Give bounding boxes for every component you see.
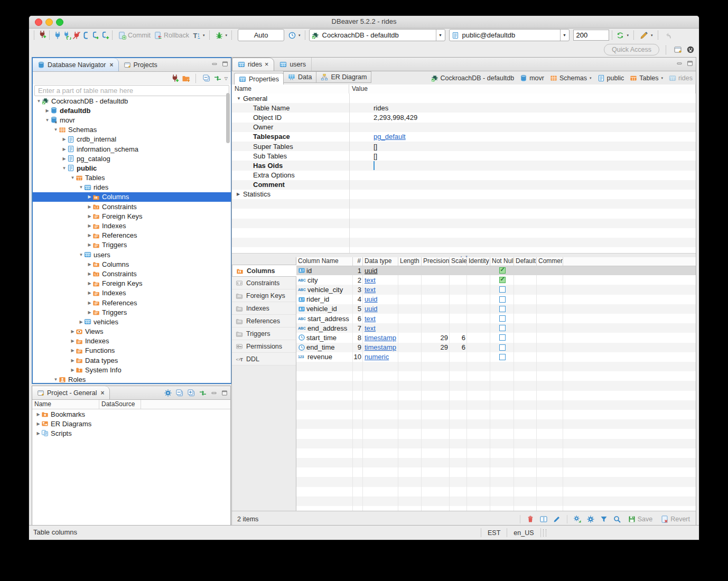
- collapse-arrow-icon[interactable]: ▶: [87, 194, 92, 199]
- save-button[interactable]: Save: [626, 514, 655, 524]
- checkbox-checked[interactable]: [499, 267, 506, 274]
- collapse-arrow-icon[interactable]: ▶: [87, 301, 92, 305]
- collapse-all-icon[interactable]: [175, 389, 184, 397]
- detail-tab-references[interactable]: References: [232, 315, 296, 327]
- datatype-link[interactable]: uuid: [365, 267, 378, 275]
- table-filter-input[interactable]: [34, 85, 229, 96]
- tab-projects[interactable]: Projects: [119, 58, 162, 71]
- detail-tab-triggers[interactable]: Triggers: [232, 327, 296, 340]
- column-row-end_address[interactable]: ABCend_address7text: [296, 323, 696, 333]
- delete-icon[interactable]: [526, 515, 535, 523]
- properties-header-value[interactable]: Value: [349, 85, 696, 93]
- property-row-owner[interactable]: Owner: [232, 123, 696, 132]
- tree-item-foreign-keys[interactable]: ▶Foreign Keys: [33, 211, 231, 221]
- filter-icon[interactable]: [600, 515, 608, 523]
- column-row-vehicle_city[interactable]: ABCvehicle_city3text: [296, 285, 696, 294]
- detail-tab-columns[interactable]: Columns: [232, 265, 296, 277]
- column-row-start_address[interactable]: ABCstart_address6text: [296, 314, 696, 323]
- min-icon[interactable]: [211, 60, 218, 68]
- breadcrumb-item-public[interactable]: public: [598, 74, 624, 82]
- editor-tab-rides[interactable]: rides×: [232, 58, 274, 71]
- column-row-city[interactable]: ABCcity2text: [296, 275, 696, 285]
- scrollbar-thumb[interactable]: [226, 93, 230, 143]
- tab-database-navigator[interactable]: Database Navigator ×: [33, 58, 119, 71]
- collapse-arrow-icon[interactable]: ▶: [87, 271, 92, 276]
- property-row-sub-tables[interactable]: Sub Tables[]: [232, 151, 696, 161]
- checkbox-unchecked[interactable]: [499, 334, 506, 341]
- expand-arrow-icon[interactable]: ▼: [70, 175, 76, 180]
- tree-item-public[interactable]: ▼public: [33, 163, 231, 173]
- detail-tab-foreign-keys[interactable]: Foreign Keys: [232, 289, 296, 302]
- collapse-arrow-icon[interactable]: ▶: [35, 431, 41, 436]
- column-row-end_time[interactable]: end_time9timestamp296: [296, 343, 696, 352]
- tree-item-rides[interactable]: ▼rides: [33, 183, 231, 192]
- min-icon[interactable]: [676, 60, 683, 67]
- expand-arrow-icon[interactable]: ▼: [78, 252, 84, 257]
- collapse-arrow-icon[interactable]: ▶: [70, 348, 76, 353]
- breadcrumb-item-movr[interactable]: movr: [520, 74, 544, 82]
- property-row-has-oids[interactable]: Has Oids: [232, 161, 696, 170]
- tree-item-indexes[interactable]: ▶Indexes: [33, 336, 231, 346]
- collapse-arrow-icon[interactable]: ▶: [35, 421, 41, 426]
- property-row-comment[interactable]: Comment: [232, 180, 696, 190]
- grid-header-column-name[interactable]: Column Name: [296, 257, 353, 266]
- detail-tab-ddl[interactable]: <>TDDL: [232, 353, 296, 366]
- sql-editor-open-icon[interactable]: [91, 31, 100, 40]
- close-icon[interactable]: ×: [100, 389, 104, 397]
- settings-icon[interactable]: [586, 515, 595, 523]
- chevron-down-icon[interactable]: ▾: [661, 76, 663, 80]
- property-row-extra-options[interactable]: Extra Options: [232, 171, 696, 180]
- checkbox-unchecked[interactable]: [374, 161, 375, 170]
- expand-arrow-icon[interactable]: ▼: [53, 127, 59, 132]
- close-icon[interactable]: ×: [109, 61, 113, 69]
- close-icon[interactable]: ×: [265, 61, 268, 68]
- connection-combo[interactable]: CockroachDB - defaultdb ▼: [309, 29, 445, 41]
- datatype-link[interactable]: timestamp: [365, 334, 396, 342]
- link-with-editor-icon[interactable]: [213, 74, 222, 82]
- datatype-link[interactable]: numeric: [365, 353, 389, 361]
- tree-item-users[interactable]: ▼users: [33, 250, 231, 259]
- breadcrumb-item-tables[interactable]: Tables▾: [630, 74, 663, 82]
- rollback-button[interactable]: Rollback: [152, 30, 191, 41]
- max-icon[interactable]: [221, 60, 229, 68]
- tree-item-indexes[interactable]: ▶Indexes: [33, 288, 231, 298]
- properties-header-name[interactable]: Name: [232, 85, 349, 93]
- debug-button[interactable]: ▾: [213, 30, 229, 41]
- property-value[interactable]: pg_default: [370, 133, 406, 140]
- commit-mode-combo[interactable]: Auto: [238, 29, 284, 41]
- tree-item-indexes[interactable]: ▶Indexes: [33, 221, 231, 230]
- chevron-down-icon[interactable]: ▾: [590, 76, 592, 80]
- editor-tab-users[interactable]: users: [274, 58, 312, 71]
- transaction-mode-button[interactable]: T▾: [191, 30, 207, 41]
- transaction-log-button[interactable]: ▾: [286, 30, 302, 41]
- tree-item-columns[interactable]: ▶Columns: [33, 192, 231, 202]
- expand-arrow-icon[interactable]: ▼: [53, 377, 59, 382]
- commit-button[interactable]: Commit: [116, 30, 152, 41]
- checkbox-unchecked[interactable]: [499, 344, 506, 351]
- tree-item-views[interactable]: ▶Views: [33, 327, 231, 336]
- collapse-arrow-icon[interactable]: ▶: [87, 281, 92, 286]
- breadcrumb-item-schemas[interactable]: Schemas▾: [550, 74, 592, 82]
- tree-item-data-types[interactable]: ▶Data types: [33, 355, 231, 365]
- expand-arrow-icon[interactable]: ▼: [36, 99, 42, 104]
- schema-combo[interactable]: public@defaultdb ▼: [449, 29, 570, 41]
- column-settings-icon[interactable]: [539, 515, 548, 523]
- collapse-arrow-icon[interactable]: ▶: [87, 223, 92, 228]
- property-row-tablespace[interactable]: Tablespacepg_default: [232, 132, 696, 142]
- tree-item-roles[interactable]: ▼Roles: [33, 374, 231, 383]
- tree-item-constraints[interactable]: ▶Constraints: [33, 269, 231, 278]
- tree-item-movr[interactable]: ▼movr: [33, 115, 231, 125]
- project-item-bookmarks[interactable]: ▶Bookmarks: [32, 409, 230, 419]
- checkbox-unchecked[interactable]: [499, 286, 506, 293]
- link-with-editor-icon[interactable]: [199, 389, 207, 397]
- new-connection-icon[interactable]: [38, 30, 46, 39]
- expand-arrow-icon[interactable]: ▼: [44, 118, 50, 123]
- property-value[interactable]: 2,293,998,429: [370, 114, 417, 121]
- property-row-general[interactable]: ▼General: [232, 93, 696, 103]
- tree-item-cockroachdb-defaultdb[interactable]: ▼CockroachDB - defaultdb: [33, 96, 231, 106]
- expand-arrow-icon[interactable]: ▼: [78, 185, 84, 190]
- grid-header-length[interactable]: Length: [398, 257, 422, 266]
- sql-editor-icon[interactable]: [82, 31, 90, 40]
- collapse-arrow-icon[interactable]: ▶: [61, 147, 67, 152]
- grid-header-data-type[interactable]: Data type: [363, 257, 398, 266]
